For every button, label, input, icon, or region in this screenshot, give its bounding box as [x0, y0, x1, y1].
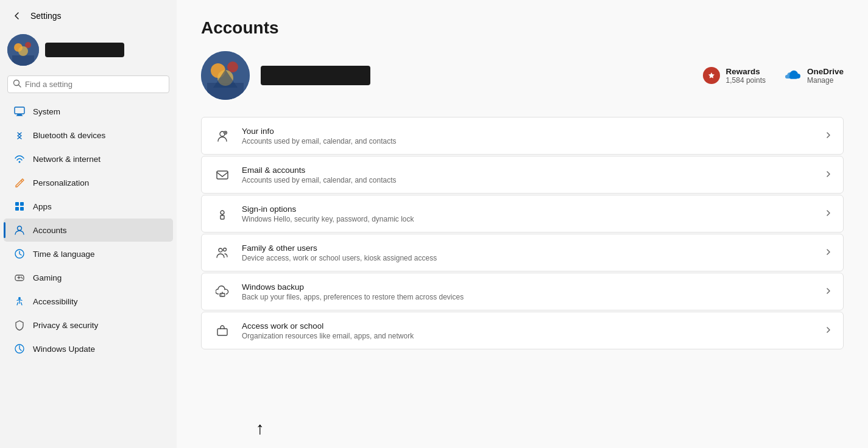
svg-point-4 [18, 46, 28, 56]
rewards-label: Rewards [726, 67, 766, 76]
rewards-text: Rewards 1,584 points [726, 67, 766, 85]
sidebar-item-label-update: Windows Update [33, 345, 95, 354]
account-hero: Rewards 1,584 points OneDrive Manage [201, 51, 844, 100]
sidebar-item-label-bluetooth: Bluetooth & devices [33, 131, 105, 140]
hero-avatar [201, 51, 250, 100]
sidebar-item-label-privacy: Privacy & security [33, 321, 98, 330]
your-info-subtitle: Accounts used by email, calendar, and co… [242, 137, 815, 145]
backup-text: Windows backup Back up your files, apps,… [242, 282, 815, 301]
sidebar-item-gaming[interactable]: Gaming [4, 266, 173, 289]
sidebar-item-label-apps: Apps [33, 202, 52, 211]
work-subtitle: Organization resources like email, apps,… [242, 332, 815, 340]
svg-point-18 [21, 277, 22, 278]
family-icon [213, 243, 232, 262]
sidebar-item-time[interactable]: Time & language [4, 242, 173, 265]
onedrive-icon [784, 67, 801, 84]
svg-rect-11 [15, 202, 19, 206]
signin-subtitle: Windows Hello, security key, password, d… [242, 215, 815, 223]
setting-row-your-info[interactable]: Your info Accounts used by email, calend… [201, 117, 844, 155]
search-icon [13, 79, 21, 89]
sidebar-item-network[interactable]: Network & internet [4, 147, 173, 170]
svg-rect-3 [12, 55, 34, 66]
sidebar-header: Settings [0, 0, 177, 29]
svg-point-15 [18, 226, 22, 231]
sidebar-item-bluetooth[interactable]: Bluetooth & devices [4, 124, 173, 147]
sidebar-avatar [7, 34, 39, 66]
svg-point-24 [227, 61, 238, 72]
gaming-icon [13, 271, 26, 284]
chevron-icon-family [825, 248, 832, 257]
work-icon [213, 321, 232, 340]
rewards-points: 1,584 points [726, 76, 766, 85]
family-subtitle: Device access, work or school users, kio… [242, 254, 815, 262]
svg-point-37 [219, 248, 222, 252]
sidebar-item-personalization[interactable]: Personalization [4, 171, 173, 194]
sidebar-item-accounts[interactable]: Accounts [4, 219, 173, 242]
svg-rect-13 [15, 207, 19, 211]
update-icon [13, 343, 26, 355]
settings-list: Your info Accounts used by email, calend… [201, 117, 844, 349]
sidebar-item-label-accessibility: Accessibility [33, 297, 78, 306]
backup-subtitle: Back up your files, apps, preferences to… [242, 293, 815, 301]
onedrive-action: Manage [807, 76, 844, 85]
sidebar-item-update[interactable]: Windows Update [4, 337, 173, 360]
sidebar-user-profile [0, 29, 177, 73]
search-box[interactable] [7, 75, 169, 93]
svg-rect-35 [221, 215, 224, 219]
family-title: Family & other users [242, 243, 815, 253]
accounts-icon [13, 224, 26, 236]
privacy-icon [13, 319, 26, 331]
chevron-icon-work [825, 326, 832, 335]
search-input[interactable] [25, 80, 164, 89]
signin-icon [213, 204, 232, 223]
sidebar-item-accessibility[interactable]: Accessibility [4, 290, 173, 313]
sidebar-nav: System Bluetooth & devices Network & int… [0, 99, 177, 361]
svg-rect-39 [220, 293, 225, 296]
setting-row-email[interactable]: Email & accounts Accounts used by email,… [201, 156, 844, 194]
setting-row-signin[interactable]: Sign-in options Windows Hello, security … [201, 195, 844, 233]
setting-row-work[interactable]: Access work or school Organization resou… [201, 312, 844, 349]
email-text: Email & accounts Accounts used by email,… [242, 166, 815, 184]
your-info-text: Your info Accounts used by email, calend… [242, 127, 815, 145]
family-text: Family & other users Device access, work… [242, 243, 815, 262]
setting-row-backup[interactable]: Windows backup Back up your files, apps,… [201, 273, 844, 310]
rewards-icon [703, 67, 720, 84]
email-icon [213, 165, 232, 184]
hero-extras: Rewards 1,584 points OneDrive Manage [703, 67, 844, 85]
svg-rect-7 [15, 107, 24, 114]
work-title: Access work or school [242, 321, 815, 331]
chevron-icon-backup [825, 287, 832, 296]
signin-text: Sign-in options Windows Hello, security … [242, 205, 815, 223]
your-info-title: Your info [242, 127, 815, 136]
email-subtitle: Accounts used by email, calendar, and co… [242, 176, 815, 184]
setting-row-family[interactable]: Family & other users Device access, work… [201, 234, 844, 271]
sidebar: Settings [0, 0, 177, 448]
onedrive-text: OneDrive Manage [807, 67, 844, 85]
sidebar-username [45, 43, 124, 57]
onedrive-block[interactable]: OneDrive Manage [784, 67, 844, 85]
sidebar-item-system[interactable]: System [4, 100, 173, 123]
back-button[interactable] [10, 9, 24, 23]
page-title: Accounts [201, 18, 844, 38]
accessibility-icon [13, 295, 26, 307]
svg-rect-33 [217, 171, 228, 179]
backup-title: Windows backup [242, 282, 815, 292]
chevron-icon-your-info [825, 131, 832, 141]
sidebar-item-privacy[interactable]: Privacy & security [4, 313, 173, 337]
sidebar-item-label-network: Network & internet [33, 155, 101, 164]
backup-icon [213, 282, 232, 301]
onedrive-label: OneDrive [807, 67, 844, 76]
chevron-icon-signin [825, 209, 832, 219]
svg-rect-14 [20, 207, 24, 211]
svg-line-6 [19, 85, 21, 88]
sidebar-item-label-personalization: Personalization [33, 178, 89, 187]
system-icon [13, 105, 26, 117]
bluetooth-icon [13, 129, 26, 141]
network-icon [13, 153, 26, 165]
sidebar-item-apps[interactable]: Apps [4, 195, 173, 218]
personalization-icon [13, 177, 26, 189]
svg-point-34 [221, 211, 224, 214]
svg-point-19 [22, 278, 23, 279]
your-info-icon [213, 126, 232, 145]
rewards-block[interactable]: Rewards 1,584 points [703, 67, 766, 85]
